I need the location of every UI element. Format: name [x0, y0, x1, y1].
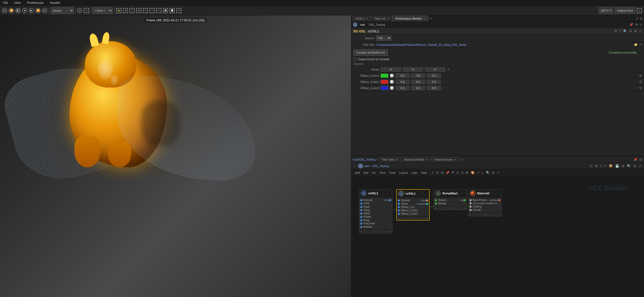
node-rsosl2-footer-left[interactable]: ◂ — [360, 230, 361, 233]
node-material2-footer-expand[interactable]: ⊡ — [484, 213, 486, 216]
transform-icon[interactable]: ⊡ — [143, 8, 148, 13]
flip-h-icon[interactable]: ⇔ — [150, 8, 155, 13]
node-editor-close-icon[interactable]: ⊟ — [639, 157, 642, 162]
render-pass-select[interactable]: beauty — [51, 7, 74, 14]
tab-rsosl1-close[interactable]: ✕ — [366, 17, 368, 20]
grid-icon[interactable]: ⊞ — [123, 8, 128, 13]
toolbar-list-icon[interactable]: ☰ — [435, 170, 440, 175]
play-reverse-button[interactable]: ▶ — [15, 8, 21, 13]
osl-search-icon[interactable]: 🔍 — [623, 29, 628, 33]
osl-settings-icon[interactable]: ⚙ — [635, 22, 639, 27]
osl-file-browse-icon[interactable]: 📁 — [634, 43, 638, 46]
tab-asset-browser-close[interactable]: ✕ — [454, 158, 456, 161]
node-toolbar-icon10[interactable]: ↗ — [638, 164, 642, 168]
tab-take-list[interactable]: Take List ✕ — [372, 16, 392, 21]
nav-mat-label[interactable]: mat — [364, 164, 369, 168]
node-bumpmap1[interactable]: ⬡ BumpMap1 Texture out Remap — [434, 189, 467, 210]
toolbar-grid-icon[interactable]: ⊞ — [440, 170, 444, 175]
toolbar-edit[interactable]: Edit — [362, 171, 370, 175]
toolbar-layout[interactable]: Layout — [398, 171, 409, 175]
diffuse-color1-g[interactable]: 0.8 — [411, 73, 425, 78]
fit-icon[interactable]: ⊠ — [136, 8, 141, 13]
tab-material-palette[interactable]: Material Palette ✕ — [402, 157, 430, 162]
tab-performance-monitor-close[interactable]: ✕ — [423, 17, 425, 20]
node-toolbar-icon4[interactable]: ≡ — [604, 164, 607, 168]
node-toolbar-icon1[interactable]: ⊡ — [589, 164, 593, 168]
viewport[interactable]: Frame 189: 2021-04-21 17:00:01 (1m:19s) — [0, 15, 351, 297]
node-rsosl2-footer-expand[interactable]: ⊡ — [375, 230, 377, 233]
settings-icon[interactable]: ⚙ — [176, 8, 181, 13]
menu-preferences[interactable]: Preferences — [26, 1, 45, 5]
output-errors-checkbox[interactable] — [353, 58, 356, 61]
diffuse-color1-gear[interactable]: ⚙ — [639, 74, 642, 77]
flip-v-icon[interactable]: ⇕ — [156, 8, 161, 13]
diffuse-color3-gear[interactable]: ⚙ — [639, 86, 642, 90]
nav-osl-testing-label[interactable]: OSL_Testing — [372, 164, 389, 168]
toolbar-more-icon[interactable]: ⊞ — [491, 170, 495, 175]
vector-expand-icon[interactable]: ↗ — [447, 68, 449, 71]
nav-mat-icon[interactable]: ⬡ — [358, 163, 363, 169]
step-back-button[interactable]: ⏪ — [9, 8, 14, 13]
diffuse-color2-g[interactable]: 0.2 — [411, 80, 425, 84]
diffuse-color2-gear[interactable]: ⚙ — [639, 80, 642, 84]
toolbar-flag-icon[interactable]: ⚑ — [451, 170, 455, 175]
step-forward-button[interactable]: ⏩ — [35, 8, 41, 13]
go-end-button[interactable]: ⏭ — [42, 8, 47, 13]
diffuse-color3-swatch[interactable] — [381, 86, 388, 90]
tab-asset-browser[interactable]: Asset Browser ✕ — [432, 157, 459, 162]
compile-button[interactable]: Compile and Build GUI — [353, 49, 388, 56]
stop-button[interactable]: ■ — [22, 8, 27, 13]
tab-rsosl1[interactable]: rsOSL1 ✕ — [352, 16, 371, 21]
toolbar-tools[interactable]: Tools — [388, 171, 397, 175]
toolbar-pin-icon[interactable]: 📌 — [445, 170, 450, 175]
node-toolbar-icon3[interactable]: ≡ — [599, 164, 603, 168]
node-toolbar-icon7[interactable]: ⚙ — [621, 164, 625, 168]
node-material2-footer-right[interactable]: ▸ — [499, 213, 500, 216]
node-editor-pin-icon[interactable]: 📌 — [633, 157, 638, 162]
zoom-dropdown-btn[interactable]: ▾ — [637, 8, 642, 13]
menu-file[interactable]: File — [2, 1, 9, 5]
diffuse-color2-circle[interactable] — [390, 80, 394, 84]
panel-menu-icon[interactable]: ≡ — [636, 16, 638, 21]
toolbar-paste-icon[interactable]: ⊟ — [460, 170, 464, 175]
toolbar-expand-icon[interactable]: ↗ — [496, 170, 500, 175]
osl-file-edit-icon[interactable]: ✏ — [640, 43, 642, 46]
toolbar-view[interactable]: View — [378, 171, 387, 175]
play-button[interactable]: ▶ — [29, 8, 34, 13]
diffuse-color2-r[interactable]: 0.8 — [395, 80, 410, 84]
toolbar-help[interactable]: Help — [419, 171, 428, 175]
diffuse-color1-b[interactable]: 0.2 — [427, 73, 441, 78]
osl-pin-icon[interactable]: 📌 — [629, 22, 634, 27]
node-toolbar-icon9[interactable]: ⊟ — [633, 164, 637, 168]
osl-gear-icon[interactable]: ⚙ — [614, 29, 618, 33]
view-2d-icon[interactable]: ⊞ — [77, 8, 82, 13]
diffuse-color3-b[interactable]: 0.8 — [427, 86, 441, 90]
node-rsosl1[interactable]: ⬡ rsOSL1 General Color Vector — [396, 189, 430, 221]
node-toolbar-icon6[interactable]: 💾 — [614, 164, 620, 168]
osl-testing-tab-label[interactable]: OSL_Testing — [367, 23, 387, 27]
toolbar-delete-icon[interactable]: 🗑 — [465, 170, 470, 175]
toolbar-copy-icon[interactable]: ⊡ — [456, 170, 460, 175]
tab-performance-monitor[interactable]: Performance Monitor ✕ — [393, 16, 428, 21]
osl-hide-icon[interactable]: 👁 — [629, 29, 633, 33]
toolbar-add[interactable]: Add — [353, 171, 362, 175]
node-rsosl1-footer-right[interactable]: ▸ — [427, 217, 428, 220]
node-rsosl2-footer-right[interactable]: ▸ — [390, 230, 391, 233]
toolbar-go[interactable]: Go — [371, 171, 378, 175]
diffuse-color3-r[interactable]: 0.2 — [395, 86, 410, 90]
save-icon[interactable]: 💾 — [163, 8, 168, 13]
vector-z-input[interactable]: 0 — [425, 67, 445, 72]
osl-collapse-icon[interactable]: ↗ — [638, 29, 642, 33]
panel-collapse-icon[interactable]: ⊟ — [639, 16, 643, 21]
node-rsosl2[interactable]: ⬡ rsOSL2 General UVW UVW — [359, 189, 392, 233]
osl-expand-icon[interactable]: ⊞ — [634, 29, 637, 33]
toolbar-import-icon[interactable]: ↙ — [481, 170, 485, 175]
node-toolbar-icon2[interactable]: ⊞ — [594, 164, 598, 168]
node-rsosl1-footer-left[interactable]: ◂ — [398, 217, 399, 220]
node-bumpmap1-footer-expand[interactable]: ⊡ — [449, 207, 451, 209]
zoom-dropdown-icon[interactable]: ▾ — [610, 9, 611, 12]
node-rsosl1-footer-expand[interactable]: ⊡ — [412, 217, 414, 220]
script-icon[interactable]: 📄 — [170, 8, 175, 13]
rotate-icon[interactable]: ↺ — [130, 8, 135, 13]
tab-add-button[interactable]: + — [429, 16, 433, 21]
